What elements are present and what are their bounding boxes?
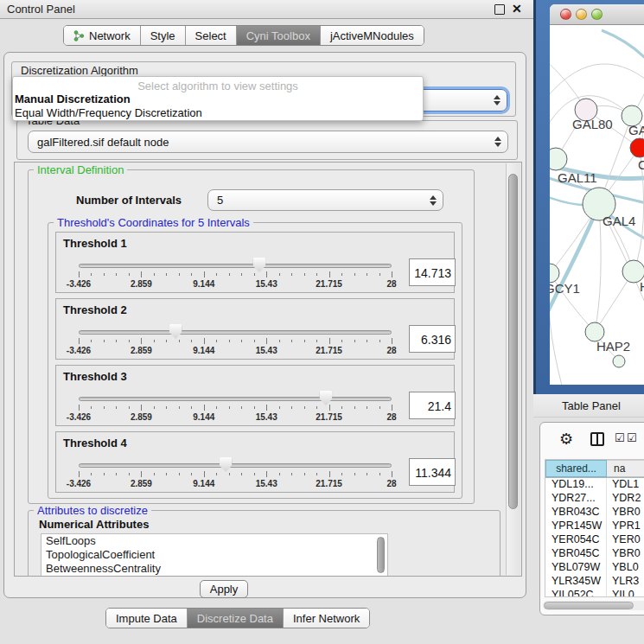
threshold-value[interactable]: 21.4 — [409, 392, 456, 419]
threshold-label: Threshold 1 — [63, 237, 127, 250]
cell-shared-name[interactable]: YIL052C — [545, 589, 607, 597]
cell-shared-name[interactable]: YBR045C — [545, 547, 607, 561]
cell-name[interactable]: YBR0 — [607, 506, 644, 520]
table-row[interactable]: YBL079WYBL0 — [545, 561, 644, 575]
slider-tick — [379, 473, 380, 475]
table-row[interactable]: YLR345WYLR3 — [545, 575, 644, 589]
cell-shared-name[interactable]: YDL19... — [545, 478, 607, 492]
cell-name[interactable]: YBR0 — [607, 547, 644, 561]
table-hscrollbar-thumb[interactable] — [544, 602, 634, 609]
slider-tick — [229, 273, 230, 276]
slider-tick — [316, 340, 317, 342]
cell-shared-name[interactable]: YPR145W — [545, 520, 607, 533]
attribute-item[interactable]: BetweennessCentrality — [41, 562, 387, 576]
slider-track[interactable] — [79, 397, 392, 401]
network-window-frame[interactable]: GAL80GACGAL11GAL4GCY1HHAP2 — [533, 0, 644, 394]
threshold-slider[interactable]: -3.4262.8599.14415.4321.71528 — [79, 456, 392, 491]
attributes-scrollbar-thumb[interactable] — [377, 537, 385, 573]
attribute-item[interactable]: SelfLoops — [41, 534, 387, 548]
tab-impute-data[interactable]: Impute Data — [106, 609, 188, 628]
threshold-slider[interactable]: -3.4262.8599.14415.4321.71528 — [79, 390, 392, 424]
tab-style[interactable]: Style — [141, 26, 186, 45]
network-node-small-node[interactable] — [613, 355, 625, 367]
cell-name[interactable]: YER0 — [607, 533, 644, 547]
cell-name[interactable]: YPR1 — [607, 520, 644, 533]
float-window-icon[interactable] — [494, 4, 505, 15]
slider-handle[interactable] — [252, 258, 265, 272]
settings-vertical-scrollbar[interactable] — [506, 163, 520, 575]
table-horizontal-scrollbar[interactable] — [543, 601, 644, 610]
slider-tick — [191, 340, 192, 342]
table-row[interactable]: YDL19...YDL1 — [545, 478, 644, 492]
table-row[interactable]: YBR043CYBR0 — [545, 506, 644, 520]
tab-network[interactable]: Network — [64, 26, 141, 45]
table-row[interactable]: YER054CYER0 — [545, 533, 644, 547]
table-row[interactable]: YBR045CYBR0 — [545, 547, 644, 561]
columns-icon[interactable] — [590, 432, 604, 446]
slider-tick — [204, 338, 205, 344]
cell-name[interactable]: YLR3 — [607, 575, 644, 589]
cell-shared-name[interactable]: YLR345W — [545, 575, 607, 589]
cell-name[interactable]: YIL0 — [607, 589, 644, 597]
table-row[interactable]: YPR145WYPR1 — [545, 520, 644, 533]
algorithm-option-manual[interactable]: Manual Discretization — [13, 92, 423, 106]
slider-tick — [341, 340, 342, 342]
slider-tick — [204, 471, 205, 477]
column-header-shared-name[interactable]: shared... — [545, 460, 607, 477]
slider-handle[interactable] — [319, 391, 332, 405]
deselect-checkbox-icon[interactable]: ☑ — [627, 431, 637, 444]
network-node-red-node[interactable] — [630, 138, 644, 157]
column-header-name[interactable]: na — [607, 460, 644, 477]
numerical-attributes-list[interactable]: SelfLoopsTopologicalCoefficientBetweenne… — [41, 533, 388, 577]
attribute-item[interactable]: TopologicalCoefficient — [41, 548, 387, 562]
tab-cyni-toolbox[interactable]: Cyni Toolbox — [237, 26, 321, 45]
select-all-checkbox-icon[interactable]: ☑ — [615, 431, 625, 444]
close-button[interactable] — [560, 9, 571, 20]
slider-tick — [279, 340, 280, 342]
threshold-slider[interactable]: -3.4262.8599.14415.4321.71528 — [79, 257, 392, 291]
threshold-slider[interactable]: -3.4262.8599.14415.4321.71528 — [79, 323, 392, 358]
table-row[interactable]: YDR27...YDR2 — [545, 492, 644, 506]
slider-tick — [392, 338, 392, 344]
network-node-GCY1[interactable] — [550, 264, 559, 283]
slider-tick — [379, 406, 380, 409]
tab-select[interactable]: Select — [186, 26, 237, 45]
slider-handle[interactable] — [169, 324, 182, 339]
cell-shared-name[interactable]: YBR043C — [545, 506, 607, 520]
minimize-button[interactable] — [576, 9, 587, 20]
cell-shared-name[interactable]: YBL079W — [545, 561, 607, 575]
cell-shared-name[interactable]: YER054C — [545, 533, 607, 547]
settings-scrollbar-thumb[interactable] — [508, 174, 518, 509]
slider-ticks — [79, 338, 392, 345]
gear-icon[interactable]: ⚙ — [559, 430, 573, 449]
threshold-value[interactable]: 11.344 — [409, 458, 456, 486]
cell-name[interactable]: YDR2 — [607, 492, 644, 506]
apply-button[interactable]: Apply — [200, 580, 248, 598]
tab-jactivemnodules[interactable]: jActiveMNodules — [321, 26, 424, 45]
threshold-value[interactable]: 14.713 — [409, 258, 456, 286]
tab-discretize-data[interactable]: Discretize Data — [188, 609, 284, 628]
tab-infer-network[interactable]: Infer Network — [284, 609, 369, 628]
algorithm-option-equal-width[interactable]: Equal Width/Frequency Discretization — [13, 106, 423, 120]
tab-impute-data-label: Impute Data — [116, 612, 177, 625]
number-of-intervals-spinner[interactable]: 5 — [207, 189, 443, 211]
table-row[interactable]: YIL052CYIL0 — [545, 589, 644, 597]
network-canvas[interactable]: GAL80GACGAL11GAL4GCY1HHAP2 — [550, 25, 644, 385]
table-data-combobox[interactable]: galFiltered.sif default node — [28, 131, 508, 153]
slider-track[interactable] — [79, 264, 392, 268]
slider-tick — [91, 273, 92, 276]
slider-tick — [179, 406, 180, 409]
threshold-value[interactable]: 6.316 — [409, 325, 456, 353]
cell-name[interactable]: YDL1 — [607, 478, 644, 492]
screen: Control Panel ✕ Network Style Select — [0, 0, 644, 644]
tab-jactivemnodules-label: jActiveMNodules — [330, 29, 414, 42]
close-icon[interactable]: ✕ — [512, 2, 522, 16]
cell-name[interactable]: YBL0 — [607, 561, 644, 575]
slider-track[interactable] — [79, 463, 392, 468]
zoom-button[interactable] — [591, 9, 603, 20]
slider-tick — [141, 471, 142, 477]
slider-handle[interactable] — [220, 457, 233, 472]
cell-shared-name[interactable]: YDR27... — [545, 492, 607, 506]
slider-track[interactable] — [79, 330, 392, 335]
control-panel-titlebar: Control Panel ✕ — [0, 0, 533, 19]
